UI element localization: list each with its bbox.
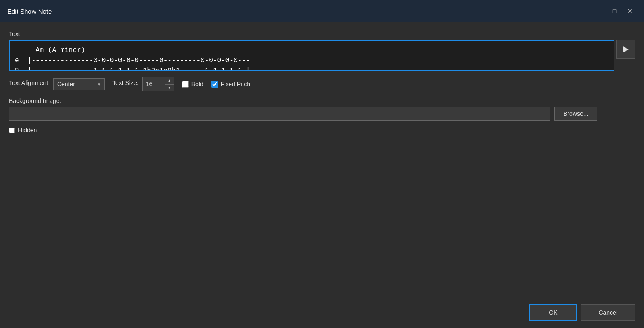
alignment-group: Text Alignment: Left Center Right ▼ (9, 78, 105, 90)
dialog-title: Edit Show Note (7, 8, 592, 15)
fixed-pitch-group[interactable]: Fixed Pitch (211, 81, 250, 88)
options-row: Text Alignment: Left Center Right ▼ Text… (9, 77, 635, 91)
dialog-footer: OK Cancel (0, 299, 644, 328)
bg-image-label: Background Image: (9, 97, 635, 104)
bold-checkbox[interactable] (182, 81, 189, 88)
bold-group[interactable]: Bold (182, 81, 204, 88)
text-section: Text: Am (A minor) e |---------------0-0… (9, 30, 635, 71)
bg-image-row: Browse... (9, 107, 635, 121)
dialog-body: Text: Am (A minor) e |---------------0-0… (0, 22, 644, 299)
text-editor[interactable]: Am (A minor) e |---------------0-0-0-0-0… (9, 40, 614, 71)
bg-image-input[interactable] (9, 107, 550, 121)
alignment-select[interactable]: Left Center Right (53, 78, 105, 90)
fixed-pitch-checkbox[interactable] (211, 81, 218, 88)
alignment-label: Text Alignment: (9, 79, 50, 86)
close-button[interactable]: ✕ (623, 4, 637, 18)
maximize-button[interactable]: □ (608, 4, 621, 18)
fixed-pitch-label: Fixed Pitch (221, 81, 250, 88)
browse-button[interactable]: Browse... (554, 107, 597, 121)
bg-image-section: Background Image: Browse... (9, 97, 635, 121)
title-bar: Edit Show Note — □ ✕ (0, 0, 644, 22)
ok-button[interactable]: OK (529, 304, 577, 321)
spinbox-buttons: ▲ ▼ (165, 77, 174, 91)
hidden-label: Hidden (18, 127, 37, 134)
size-decrement-button[interactable]: ▼ (165, 84, 174, 91)
play-button[interactable] (616, 40, 635, 59)
minimize-button[interactable]: — (592, 4, 606, 18)
bold-label: Bold (191, 81, 204, 88)
cancel-button[interactable]: Cancel (581, 304, 635, 321)
hidden-section: Hidden (9, 127, 635, 134)
title-bar-controls: — □ ✕ (592, 4, 637, 18)
text-editor-container: Am (A minor) e |---------------0-0-0-0-0… (9, 40, 635, 71)
size-label: Text Size: (112, 79, 139, 86)
alignment-select-wrapper: Left Center Right ▼ (53, 78, 105, 90)
edit-show-note-dialog: Edit Show Note — □ ✕ Text: Am (A minor) … (0, 0, 644, 328)
play-icon (623, 46, 629, 53)
size-group: Text Size: ▲ ▼ (112, 77, 174, 91)
hidden-checkbox[interactable] (9, 128, 15, 133)
text-label: Text: (9, 30, 635, 37)
size-spinbox: ▲ ▼ (142, 77, 174, 91)
size-input[interactable] (143, 77, 165, 91)
size-increment-button[interactable]: ▲ (165, 77, 174, 84)
